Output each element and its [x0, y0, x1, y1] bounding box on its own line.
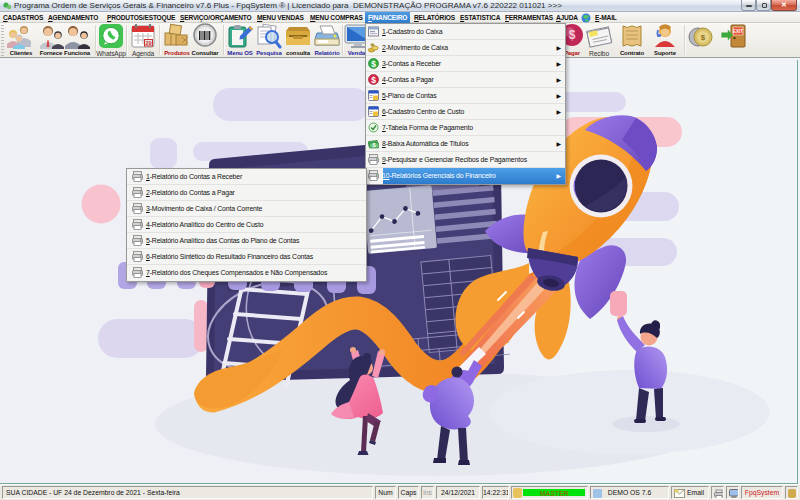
svg-text:$: $ [569, 28, 576, 42]
svg-text:EXIT: EXIT [733, 29, 743, 34]
svg-text:$: $ [701, 33, 706, 42]
svg-text:29: 29 [145, 40, 151, 46]
